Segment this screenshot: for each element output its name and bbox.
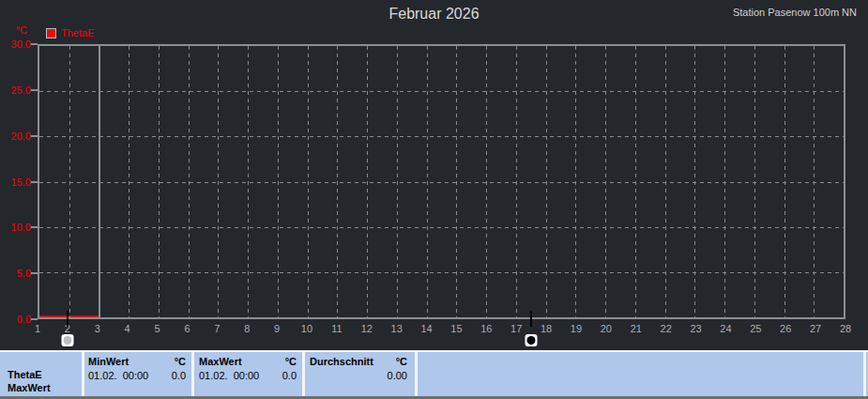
y-tick-mark	[31, 135, 38, 137]
y-tick-label: 5.0	[0, 268, 31, 279]
minwert-timestamp: 01.02. 00:00	[88, 370, 148, 381]
row-label-aggregate: MaxWert	[8, 382, 51, 393]
panel-divider	[191, 352, 194, 396]
h-gridline	[39, 91, 844, 92]
durchschnitt-value-row: 0.00	[310, 370, 407, 381]
minwert-value-row: 01.02. 00:00 0.0	[88, 370, 186, 381]
y-axis-ticks	[31, 44, 38, 319]
legend-label: ThetaE	[61, 27, 94, 38]
axis-cursor-tick-range-start	[67, 311, 69, 327]
y-tick-label: 30.0	[0, 38, 31, 50]
y-tick-mark	[31, 226, 38, 228]
plot-area	[38, 44, 845, 319]
y-axis-labels: 30.025.020.015.010.05.00.0	[0, 44, 31, 319]
durchschnitt-header-row: Durchschnitt °C	[310, 356, 407, 367]
maxwert-timestamp: 01.02. 00:00	[199, 370, 259, 381]
durchschnitt-header: Durchschnitt	[310, 356, 373, 367]
legend: ThetaE	[46, 27, 94, 38]
filled-knob-icon	[527, 336, 536, 345]
y-tick-mark	[31, 181, 38, 183]
minwert-header: MinWert	[88, 356, 129, 367]
y-tick-label: 20.0	[0, 130, 31, 142]
row-label-series: ThetaE	[8, 369, 42, 380]
durchschnitt-unit: °C	[396, 356, 407, 367]
stats-panel: ThetaE MaxWert MinWert °C 01.02. 00:00 0…	[0, 350, 868, 399]
maxwert-value-row: 01.02. 00:00 0.0	[199, 370, 297, 381]
maxwert-header: MaxWert	[199, 356, 242, 367]
slider-handle-range-start[interactable]	[61, 334, 73, 346]
y-tick-mark	[31, 89, 38, 91]
slider-handle-range-end[interactable]	[525, 334, 538, 346]
range-slider	[38, 334, 845, 347]
dithered-knob-icon	[63, 336, 71, 345]
y-tick-label: 0.0	[0, 314, 31, 325]
y-tick-mark	[31, 318, 38, 320]
maxwert-header-row: MaxWert °C	[199, 356, 297, 367]
h-gridline	[39, 227, 844, 228]
y-axis-unit-label: °C	[0, 24, 27, 36]
minwert-unit: °C	[175, 356, 186, 367]
panel-divider	[863, 352, 866, 396]
y-tick-label: 10.0	[0, 222, 31, 233]
y-tick-label: 15.0	[0, 176, 31, 188]
maxwert-value: 0.0	[282, 370, 297, 381]
panel-divider	[302, 352, 305, 396]
legend-swatch-icon	[46, 28, 56, 38]
h-gridline	[39, 272, 844, 273]
h-gridline	[39, 182, 844, 183]
y-tick-mark	[31, 43, 38, 45]
y-tick-label: 25.0	[0, 84, 31, 96]
minwert-value: 0.0	[172, 370, 186, 381]
maxwert-unit: °C	[285, 356, 297, 367]
h-gridline	[39, 136, 844, 137]
y-tick-mark	[31, 272, 38, 274]
axis-cursor-marks	[38, 311, 845, 327]
panel-divider	[415, 352, 418, 396]
minwert-header-row: MinWert °C	[88, 356, 186, 367]
durchschnitt-value: 0.00	[310, 370, 407, 381]
axis-cursor-tick-range-end	[530, 311, 532, 327]
panel-divider	[82, 352, 84, 396]
station-label: Station Pasenow 100m NN	[733, 7, 857, 18]
